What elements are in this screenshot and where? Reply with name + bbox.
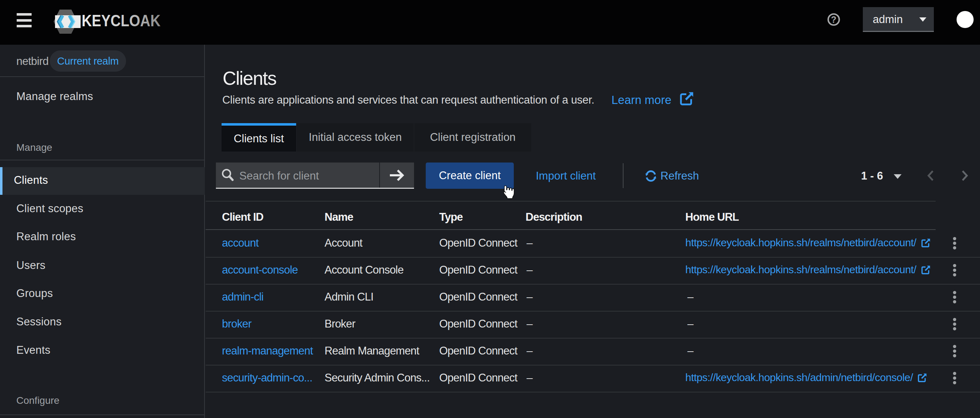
svg-text:?: ? — [831, 14, 836, 24]
svg-text:KEYCLOAK: KEYCLOAK — [82, 11, 161, 30]
